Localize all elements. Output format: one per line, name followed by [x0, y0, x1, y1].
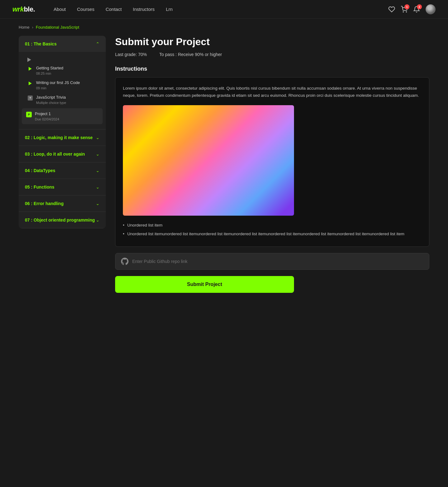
notifications-button[interactable]: 2 [413, 6, 420, 13]
heart-icon [388, 6, 395, 13]
quiz-icon-wrapper: ? [27, 95, 33, 101]
item-subtitle: Multiple choice type [36, 101, 100, 105]
sidebar-section-1-header[interactable]: 01 : The Basics ⌃ [19, 36, 106, 52]
sidebar-section-5-header[interactable]: 05 : Functions ⌄ [19, 179, 106, 195]
play-icon-wrapper [27, 81, 33, 86]
sidebar-section-5-title: 05 : Functions [25, 185, 54, 190]
item-title: Project 1 [35, 111, 98, 117]
instructions-box: Lorem ipsum dolor sit amet, consectetur … [115, 77, 429, 247]
submit-project-button[interactable]: Submit Project [115, 276, 294, 293]
github-input[interactable] [132, 259, 423, 264]
project-icon: P [26, 112, 32, 117]
breadcrumb-home[interactable]: Home [19, 25, 30, 30]
sidebar-section-2-header[interactable]: 02 : Logic, making it make sense ⌄ [19, 129, 106, 146]
play-icon-wrapper [27, 66, 33, 72]
item-title: Writing our first JS Code [36, 80, 100, 86]
list-items: Unordered list item Unordered list itemu… [123, 222, 422, 237]
sidebar-section-1-items: Getting Started 08:25 min Writing our fi… [19, 52, 106, 129]
nav-contact[interactable]: Contact [105, 7, 122, 12]
content-area: Submit your Project Last grade: 70% To p… [115, 36, 429, 293]
logo[interactable]: wrkble. [12, 5, 35, 13]
sidebar-section-5: 05 : Functions ⌄ [19, 179, 106, 195]
github-icon [121, 258, 128, 265]
sidebar-section-4: 04 : DataTypes ⌄ [19, 162, 106, 179]
svg-point-1 [406, 12, 407, 12]
sidebar-section-6-header[interactable]: 06 : Error handling ⌄ [19, 195, 106, 212]
list-item: Unordered list item [123, 222, 422, 229]
chevron-up-icon: ⌃ [96, 41, 100, 46]
quiz-icon: ? [28, 96, 33, 101]
sidebar-section-2: 02 : Logic, making it make sense ⌄ [19, 129, 106, 146]
breadcrumb-separator: › [32, 25, 33, 30]
list-item[interactable]: Writing our first JS Code 09 min [19, 78, 106, 92]
sidebar-section-3: 03 : Loop, do it all over again ⌄ [19, 146, 106, 162]
play-green-icon [29, 82, 32, 85]
grade-info: Last grade: 70% To pass : Receive 90% or… [115, 52, 429, 57]
sidebar-section-4-title: 04 : DataTypes [25, 168, 55, 173]
sidebar-section-2-title: 02 : Logic, making it make sense [25, 135, 93, 140]
favorites-button[interactable] [388, 6, 395, 13]
instructions-heading: Instructions [115, 66, 429, 72]
pass-label: To pass : Receive 90% or higher [159, 52, 222, 57]
item-title: Getting Started [36, 66, 100, 71]
github-input-wrapper[interactable] [115, 253, 429, 270]
cart-button[interactable]: 1 [401, 6, 408, 13]
nav-links: About Courses Contact Instructors Lrn [54, 7, 388, 12]
chevron-down-icon: ⌄ [96, 201, 100, 206]
nav-about[interactable]: About [54, 7, 66, 12]
avatar[interactable] [426, 4, 436, 14]
nav-courses[interactable]: Courses [77, 7, 95, 12]
list-item[interactable]: Getting Started 08:25 min [19, 63, 106, 78]
chevron-down-icon: ⌄ [96, 135, 100, 140]
instructions-text: Lorem ipsum dolor sit amet, consectetur … [123, 85, 422, 99]
chevron-down-icon: ⌄ [96, 185, 100, 190]
project-icon-wrapper: P [26, 112, 32, 117]
chevron-down-icon: ⌄ [96, 152, 100, 157]
notification-badge: 2 [417, 4, 422, 9]
list-item[interactable]: P Project 1 Due 02/04/2024 [22, 108, 103, 124]
item-title: JavaScript Trivia [36, 95, 100, 100]
cart-badge: 1 [404, 4, 409, 9]
play-green-icon [29, 67, 32, 71]
sidebar-section-3-title: 03 : Loop, do it all over again [25, 152, 85, 157]
nav-icons: 1 2 [388, 4, 436, 14]
nav-instructors[interactable]: Instructors [133, 7, 155, 12]
breadcrumb: Home › Foundational JavaScript [0, 19, 448, 36]
last-grade: Last grade: 70% [115, 52, 147, 57]
logo-text: wrkble. [12, 5, 35, 13]
chevron-down-icon: ⌄ [96, 168, 100, 173]
sidebar-section-7-header[interactable]: 07 : Object oriented programming ⌄ [19, 212, 106, 228]
sidebar: 01 : The Basics ⌃ Getting Started 08:25 … [19, 36, 106, 228]
section-play-arrow[interactable] [19, 54, 106, 63]
breadcrumb-current: Foundational JavaScript [36, 25, 79, 30]
sidebar-section-1-title: 01 : The Basics [25, 41, 57, 46]
sidebar-section-6: 06 : Error handling ⌄ [19, 195, 106, 212]
sidebar-section-3-header[interactable]: 03 : Loop, do it all over again ⌄ [19, 146, 106, 162]
sidebar-section-7: 07 : Object oriented programming ⌄ [19, 212, 106, 228]
nav-lrn[interactable]: Lrn [166, 7, 173, 12]
sidebar-section-1: 01 : The Basics ⌃ Getting Started 08:25 … [19, 36, 106, 129]
page-title: Submit your Project [115, 36, 429, 48]
item-subtitle: 09 min [36, 86, 100, 90]
sidebar-section-7-title: 07 : Object oriented programming [25, 218, 95, 222]
item-subtitle: Due 02/04/2024 [35, 117, 98, 121]
sidebar-section-6-title: 06 : Error handling [25, 201, 63, 206]
item-subtitle: 08:25 min [36, 72, 100, 75]
gradient-image [123, 105, 294, 216]
svg-point-0 [403, 12, 404, 12]
chevron-down-icon: ⌄ [96, 218, 100, 222]
main-layout: 01 : The Basics ⌃ Getting Started 08:25 … [0, 36, 448, 293]
play-gray-icon [27, 58, 31, 62]
list-item[interactable]: ? JavaScript Trivia Multiple choice type [19, 92, 106, 107]
list-item: Unordered list itemunordered list itemun… [123, 231, 422, 237]
sidebar-section-4-header[interactable]: 04 : DataTypes ⌄ [19, 162, 106, 179]
